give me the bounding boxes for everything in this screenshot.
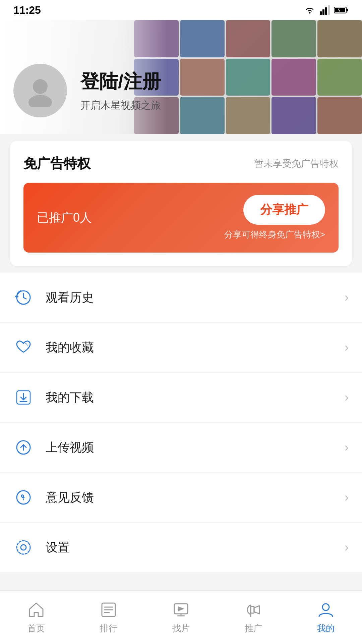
svg-rect-1 <box>320 11 322 15</box>
chevron-history: › <box>345 290 349 305</box>
svg-marker-28 <box>178 606 184 611</box>
share-hint: 分享可得终身免广告特权> <box>224 229 325 240</box>
header-section: 登陆/注册 开启木星视频之旅 <box>0 20 362 134</box>
menu-label-settings: 设置 <box>46 539 345 556</box>
download-icon <box>13 387 34 408</box>
ranking-nav-icon <box>99 600 118 619</box>
menu-item-favorites[interactable]: 我的收藏 › <box>0 323 362 373</box>
chevron-favorites: › <box>345 340 349 355</box>
svg-point-18 <box>23 499 24 500</box>
privilege-title: 免广告特权 <box>23 154 90 173</box>
wifi-icon <box>304 5 316 15</box>
menu-list: 观看历史 › 我的收藏 › <box>0 273 362 572</box>
menu-item-history[interactable]: 观看历史 › <box>0 273 362 323</box>
home-nav-icon <box>27 600 46 619</box>
share-banner[interactable]: 已推广0人 分享推广 分享可得终身免广告特权> <box>23 183 339 253</box>
feedback-icon <box>13 487 34 507</box>
menu-label-upload: 上传视频 <box>46 439 345 456</box>
privilege-header: 免广告特权 暂未享受免广告特权 <box>23 154 339 173</box>
menu-label-download: 我的下载 <box>46 389 345 406</box>
share-button[interactable]: 分享推广 <box>243 195 325 225</box>
chevron-settings: › <box>345 540 349 554</box>
nav-item-promote[interactable]: 推广 <box>217 597 290 638</box>
menu-item-feedback[interactable]: 意见反馈 › <box>0 473 362 523</box>
status-bar: 11:25 <box>0 0 362 20</box>
signal-icon <box>320 5 330 15</box>
svg-point-20 <box>17 541 30 554</box>
upload-icon <box>13 437 34 458</box>
menu-label-history: 观看历史 <box>46 289 345 306</box>
nav-item-mine[interactable]: 我的 <box>290 597 362 638</box>
menu-item-upload[interactable]: 上传视频 › <box>0 423 362 473</box>
main-content: 登陆/注册 开启木星视频之旅 免广告特权 暂未享受免广告特权 已推广0人 分享推… <box>0 20 362 590</box>
svg-rect-7 <box>347 9 348 11</box>
login-subtitle: 开启木星视频之旅 <box>80 99 161 112</box>
battery-icon <box>334 6 349 14</box>
privilege-card: 免广告特权 暂未享受免广告特权 已推广0人 分享推广 分享可得终身免广告特权> <box>10 141 352 266</box>
login-title: 登陆/注册 <box>80 69 161 95</box>
user-text-block: 登陆/注册 开启木星视频之旅 <box>80 69 161 112</box>
menu-label-feedback: 意见反馈 <box>46 489 345 506</box>
nav-label-promote: 推广 <box>245 623 262 634</box>
svg-rect-2 <box>322 9 324 15</box>
share-right: 分享推广 分享可得终身免广告特权> <box>224 195 325 240</box>
poster-grid <box>134 20 362 134</box>
svg-point-0 <box>309 12 311 14</box>
user-info[interactable]: 登陆/注册 开启木星视频之旅 <box>13 64 161 117</box>
status-icons <box>304 5 349 15</box>
nav-label-ranking: 排行 <box>100 623 117 634</box>
svg-point-8 <box>33 79 48 94</box>
privilege-status: 暂未享受免广告特权 <box>254 157 339 170</box>
nav-label-mine: 我的 <box>317 623 335 634</box>
nav-item-home[interactable]: 首页 <box>0 597 72 638</box>
svg-rect-3 <box>325 7 327 15</box>
nav-item-ranking[interactable]: 排行 <box>72 597 145 638</box>
nav-label-home: 首页 <box>27 623 45 634</box>
svg-point-31 <box>322 604 329 610</box>
settings-icon <box>13 537 34 557</box>
bottom-nav: 首页 排行 找片 <box>0 590 362 644</box>
favorites-icon <box>13 337 34 358</box>
menu-item-settings[interactable]: 设置 › <box>0 523 362 572</box>
chevron-download: › <box>345 390 349 405</box>
promote-nav-icon <box>244 600 263 619</box>
chevron-feedback: › <box>345 490 349 504</box>
chevron-upload: › <box>345 440 349 454</box>
svg-rect-4 <box>328 5 330 15</box>
mine-nav-icon <box>316 600 335 619</box>
promoted-count: 已推广0人 <box>37 210 92 226</box>
nav-item-find[interactable]: 找片 <box>145 597 217 638</box>
find-nav-icon <box>172 600 190 619</box>
history-icon <box>13 287 34 308</box>
svg-point-9 <box>28 95 52 107</box>
avatar-placeholder-icon <box>23 74 57 107</box>
nav-label-find: 找片 <box>172 623 190 634</box>
avatar[interactable] <box>13 64 67 117</box>
svg-point-19 <box>21 545 26 550</box>
menu-item-download[interactable]: 我的下载 › <box>0 373 362 423</box>
menu-label-favorites: 我的收藏 <box>46 339 345 356</box>
status-time: 11:25 <box>13 4 41 16</box>
